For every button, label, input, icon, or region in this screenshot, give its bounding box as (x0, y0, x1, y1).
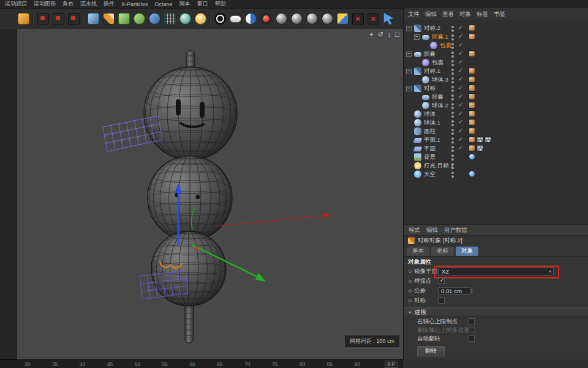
compositing-tag-icon[interactable] (477, 145, 483, 151)
menu-item-6[interactable]: X-Particles (121, 1, 148, 7)
tree-item-包裹[interactable]: 包裹✓ (404, 58, 588, 67)
texture-tag-icon[interactable] (469, 171, 475, 177)
weld-points-checkbox[interactable] (439, 278, 445, 284)
menu-item-5[interactable]: 插件 (104, 0, 115, 8)
material-ball-icon-3[interactable] (304, 11, 319, 27)
display-constant-icon[interactable] (243, 11, 258, 27)
tree-item-包裹[interactable]: 包裹✓ (404, 41, 588, 50)
visibility-dots-icon[interactable] (451, 52, 454, 54)
compositing-tag-icon[interactable] (477, 136, 483, 143)
modeling-checkbox-1[interactable] (469, 318, 475, 324)
phong-tag-icon[interactable] (469, 119, 475, 126)
tree-item-对称.2[interactable]: −对称.2✓ (404, 24, 588, 33)
orbit-icon[interactable]: ↺ (378, 31, 383, 38)
deformer-icon[interactable] (132, 11, 146, 27)
visibility-dots-icon[interactable] (451, 26, 454, 28)
menu-item-7[interactable]: Octane (155, 1, 173, 7)
pan-icon[interactable]: + (369, 31, 373, 38)
visibility-dots-icon[interactable] (451, 163, 454, 166)
expander-icon[interactable]: − (406, 52, 412, 57)
menu-item-10[interactable]: 帮助 (215, 0, 226, 8)
om-menu-item-4[interactable]: 对象 (459, 10, 471, 18)
phong-tag-icon[interactable] (469, 93, 475, 100)
om-menu-item-1[interactable]: 文件 (408, 10, 420, 18)
enabled-check-icon[interactable]: ✓ (458, 85, 463, 91)
am-tab-2[interactable]: 编辑 (426, 226, 438, 234)
tree-item-球体[interactable]: 球体✓ (404, 110, 588, 118)
visibility-dots-icon[interactable] (451, 34, 454, 37)
phong-tag-icon[interactable] (469, 85, 475, 91)
visibility-dots-icon[interactable] (451, 146, 454, 148)
visibility-dots-icon[interactable] (451, 86, 454, 88)
am-tab-1[interactable]: 模式 (409, 226, 420, 234)
xp-system-icon[interactable]: × (366, 11, 380, 27)
enabled-check-icon[interactable]: ✓ (458, 59, 463, 65)
menu-item-2[interactable]: 运动图形 (34, 0, 56, 8)
render-view-icon[interactable] (258, 11, 273, 27)
tree-item-天空[interactable]: 天空 (404, 170, 588, 178)
anim-dot-icon[interactable] (409, 289, 412, 293)
material-ball-icon-2[interactable] (289, 11, 304, 27)
tree-item-球体.1[interactable]: 球体.1✓ (404, 118, 588, 127)
timeline-ruler[interactable]: 30354045505560657075808590 0 F (0, 359, 403, 368)
enabled-check-icon[interactable]: ✓ (458, 110, 463, 117)
tree-item-圆柱[interactable]: 圆柱✓ (404, 127, 588, 136)
texture-tag-icon[interactable] (469, 153, 475, 160)
enabled-check-icon[interactable]: ✓ (458, 25, 463, 31)
tree-item-胶囊.1[interactable]: −胶囊.1✓ (404, 33, 588, 41)
paint-tool-icon[interactable] (16, 11, 31, 27)
tree-item-胶囊[interactable]: −胶囊✓ (404, 50, 588, 58)
modeling-group-header[interactable]: ▼ 建模 (404, 307, 588, 317)
om-menu-item-6[interactable]: 书签 (494, 10, 505, 18)
visibility-dots-icon[interactable] (451, 137, 454, 140)
menu-item-9[interactable]: 窗口 (197, 0, 208, 8)
tree-item-灯光.目标.1[interactable]: 灯光.目标.1 (404, 161, 588, 170)
enabled-check-icon[interactable]: ✓ (458, 102, 463, 108)
tree-item-胶囊[interactable]: 胶囊✓ (404, 93, 588, 101)
cube-primitive-icon[interactable] (86, 11, 100, 27)
environment-ball-icon[interactable] (178, 11, 192, 27)
phong-tag-icon[interactable] (469, 25, 475, 31)
visibility-dots-icon[interactable] (451, 103, 454, 105)
tree-item-平面[interactable]: 平面✓ (404, 144, 588, 153)
visibility-dots-icon[interactable] (451, 60, 454, 63)
menu-item-4[interactable]: 流水线 (80, 0, 97, 8)
scene-camera-icon[interactable] (147, 11, 162, 27)
enabled-check-icon[interactable]: ✓ (458, 33, 463, 39)
phong-tag-icon[interactable] (469, 102, 475, 109)
keyframe-filter-icon[interactable] (66, 11, 81, 27)
phong-tag-icon[interactable] (469, 67, 475, 74)
visibility-dots-icon[interactable] (451, 129, 454, 131)
viewport[interactable]: +↺↕□ 网格间距 : 100 cm (0, 29, 403, 359)
visibility-dots-icon[interactable] (451, 120, 454, 123)
display-gouraud-icon[interactable] (213, 11, 227, 27)
anim-dot-icon[interactable] (409, 299, 412, 302)
selection-arrow-icon[interactable] (381, 11, 396, 27)
am-subtab-基本[interactable]: 基本 (407, 247, 429, 256)
enabled-check-icon[interactable]: ✓ (458, 136, 463, 142)
material-ball-icon-1[interactable] (274, 11, 288, 27)
spline-pen-icon[interactable] (101, 11, 116, 27)
visibility-dots-icon[interactable] (451, 112, 454, 114)
phong-tag-icon[interactable] (469, 128, 475, 134)
menu-item-3[interactable]: 角色 (62, 0, 74, 8)
maximize-icon[interactable]: □ (395, 31, 399, 38)
compositing-tag-icon[interactable] (484, 136, 491, 143)
enabled-check-icon[interactable]: ✓ (458, 50, 463, 56)
enabled-check-icon[interactable]: ✓ (458, 76, 463, 82)
enabled-check-icon[interactable]: ✓ (458, 93, 463, 99)
xparticles-icon[interactable]: × (350, 11, 365, 27)
am-tab-3[interactable]: 用户数据 (444, 226, 467, 234)
tolerance-input[interactable]: 0.01 cm (439, 287, 470, 295)
menu-item-8[interactable]: 脚本 (179, 0, 190, 8)
expander-icon[interactable]: − (406, 26, 412, 31)
enabled-check-icon[interactable]: ✓ (458, 42, 463, 48)
tree-item-球体.3[interactable]: 球体.3✓ (404, 75, 588, 84)
keyframe-record-icon[interactable] (51, 11, 66, 27)
visibility-dots-icon[interactable] (451, 77, 454, 80)
stepper-arrows-icon[interactable]: ▴▾ (471, 288, 473, 294)
tree-item-对称.1[interactable]: −对称.1✓ (404, 67, 588, 75)
display-lines-icon[interactable] (228, 11, 243, 27)
expander-icon[interactable]: − (414, 34, 420, 40)
floor-grid-icon[interactable] (162, 11, 177, 27)
